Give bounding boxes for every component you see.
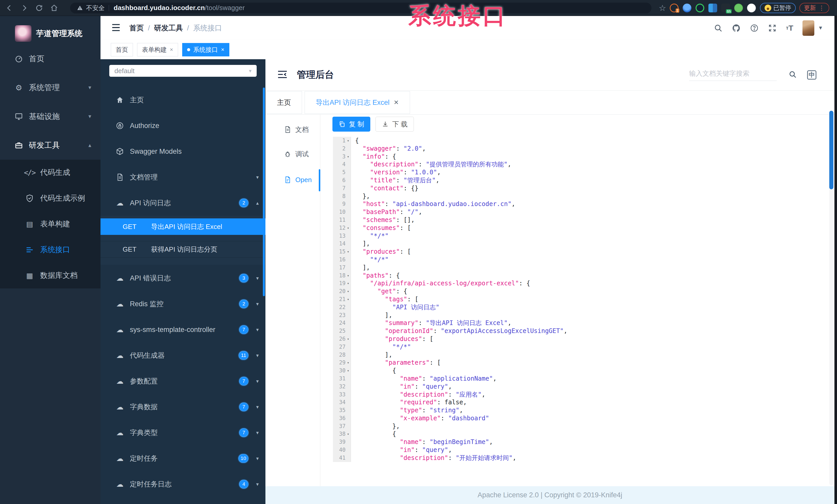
group-redis-monitor[interactable]: ☁ Redis 监控 2 ▾ xyxy=(101,291,265,317)
extension-icon-2[interactable] xyxy=(683,4,691,12)
group-sms-template[interactable]: ☁ sys-sms-template-controller 7 ▾ xyxy=(101,317,265,342)
sidebar-item-codegen-demo[interactable]: 代码生成示例 xyxy=(0,185,101,211)
reload-icon[interactable] xyxy=(34,3,44,13)
fold-toggle-icon[interactable]: ▾ xyxy=(345,248,351,256)
hamburger-icon[interactable] xyxy=(111,23,121,33)
rail-item-debug[interactable]: 调试 xyxy=(265,147,320,161)
breadcrumb-devtools[interactable]: 研发工具 xyxy=(154,23,183,33)
code-lines: 1▾{2 "swagger": "2.0",3▾ "info": {4 "des… xyxy=(333,137,827,462)
extension-icon-4[interactable] xyxy=(708,4,717,12)
swagger-item-api-access-log[interactable]: ☁ API 访问日志 2 ▴ xyxy=(101,190,265,216)
avatar-caret-icon[interactable]: ▼ xyxy=(818,25,823,31)
group-dict-type[interactable]: ☁ 字典类型 7 ▾ xyxy=(101,420,265,446)
home-icon[interactable] xyxy=(49,3,59,13)
sidebar-item-devtools[interactable]: 研发工具 ▴ xyxy=(0,131,101,160)
fold-toggle-icon[interactable]: ▾ xyxy=(345,272,351,280)
window-scrollbar[interactable] xyxy=(834,16,837,504)
doc-tab-export-excel[interactable]: 导出API 访问日志 Excel ✕ xyxy=(305,91,410,114)
content-scrollbar-track[interactable] xyxy=(829,111,833,485)
group-param-config[interactable]: ☁ 参数配置 7 ▾ xyxy=(101,368,265,394)
browser-update-button[interactable]: 更新 ⋮ xyxy=(799,3,829,13)
back-icon[interactable] xyxy=(4,3,14,13)
close-icon[interactable]: × xyxy=(221,46,225,53)
sidebar-item-db-doc[interactable]: ▦ 数据库文档 xyxy=(0,263,101,288)
fold-toggle-icon[interactable]: ▾ xyxy=(345,359,351,367)
tag-system-api[interactable]: 系统接口 × xyxy=(182,43,229,56)
operation-get-page[interactable]: GET 获得API 访问日志分页 xyxy=(101,241,265,258)
group-dict-data[interactable]: ☁ 字典数据 7 ▾ xyxy=(101,394,265,420)
content-scrollbar-thumb[interactable] xyxy=(829,111,833,189)
line-gutter: 41 xyxy=(333,454,351,462)
sidebar-item-infra[interactable]: 基础设施 ▾ xyxy=(0,102,101,131)
sidebar-item-system-api[interactable]: 系统接口 xyxy=(0,237,101,263)
code-line: 35 "type": "string", xyxy=(333,406,827,414)
fullscreen-icon[interactable] xyxy=(768,24,777,33)
swagger-item-doc-manage[interactable]: 文档管理 ▾ xyxy=(101,164,265,190)
forward-icon[interactable] xyxy=(19,3,29,13)
chevron-down-icon: ▾ xyxy=(256,455,259,462)
help-icon[interactable] xyxy=(750,24,759,33)
fold-toggle-icon[interactable]: ▾ xyxy=(345,279,351,287)
tag-home[interactable]: 首页 xyxy=(111,43,133,56)
group-codegen[interactable]: ☁ 代码生成器 11 ▾ xyxy=(101,342,265,368)
security-label[interactable]: 不安全 xyxy=(86,4,105,12)
copy-button[interactable]: 复 制 xyxy=(333,117,370,132)
extension-icon-3[interactable] xyxy=(696,4,704,12)
group-task-log[interactable]: ☁ 定时任务日志 4 ▾ xyxy=(101,471,265,497)
user-avatar[interactable] xyxy=(802,20,814,36)
line-gutter: 1▾ xyxy=(333,137,351,145)
tag-form-builder[interactable]: 表单构建 × xyxy=(137,43,178,56)
swagger-item-models[interactable]: Swagger Models xyxy=(101,138,265,164)
group-api-error-log[interactable]: ☁ API 错误日志 3 ▾ xyxy=(101,265,265,291)
language-icon[interactable]: 中 xyxy=(807,70,816,79)
api-group-select[interactable]: default ▾ xyxy=(109,65,257,77)
code-line: 1▾{ xyxy=(333,137,827,145)
address-bar[interactable]: 不安全 dashboard.yudao.iocoder.cn /tool/swa… xyxy=(70,3,652,13)
operation-export-excel[interactable]: GET 导出API 访问日志 Excel xyxy=(101,218,265,235)
sidebar-item-form-builder[interactable]: ▤ 表单构建 xyxy=(0,211,101,237)
fold-toggle-icon[interactable]: ▾ xyxy=(345,137,351,145)
line-gutter: 20▾ xyxy=(333,287,351,295)
font-size-icon[interactable]: тT xyxy=(786,24,793,33)
sidebar-item-home[interactable]: 首页 xyxy=(0,44,101,73)
home-icon xyxy=(115,96,124,104)
extension-icon-6[interactable] xyxy=(734,4,743,12)
group-position[interactable]: ☁ 岗位 xyxy=(101,497,265,504)
sidebar-item-system[interactable]: ⚙ 系统管理 ▾ xyxy=(0,73,101,102)
fold-toggle-icon[interactable]: ▾ xyxy=(345,287,351,295)
rail-item-open[interactable]: Open xyxy=(265,172,320,187)
fold-toggle-icon[interactable]: ▾ xyxy=(345,153,351,161)
swagger-item-home[interactable]: 主页 xyxy=(101,87,265,113)
code-editor[interactable]: 1▾{2 "swagger": "2.0",3▾ "info": {4 "des… xyxy=(333,137,827,464)
github-icon[interactable] xyxy=(732,24,741,33)
collapse-sidebar-icon[interactable] xyxy=(277,70,288,80)
code-line: 41 "description": "开始开始请求时间", xyxy=(333,454,827,462)
extension-icon-7[interactable] xyxy=(747,4,756,12)
extension-icon-5[interactable]: 6h xyxy=(721,4,730,12)
bookmark-star-icon[interactable]: ☆ xyxy=(659,3,666,13)
doc-tab-home[interactable]: 主页 xyxy=(266,91,302,114)
fold-toggle-icon[interactable]: ▾ xyxy=(345,335,351,343)
search-icon[interactable] xyxy=(714,24,723,33)
close-icon[interactable]: × xyxy=(170,46,173,53)
sidebar-item-codegen[interactable]: </> 代码生成 xyxy=(0,160,101,185)
doc-search-icon[interactable] xyxy=(788,70,797,79)
fold-toggle-icon[interactable]: ▾ xyxy=(345,295,351,303)
breadcrumb-home[interactable]: 首页 xyxy=(129,23,144,33)
fold-toggle-icon[interactable]: ▾ xyxy=(345,367,351,375)
close-icon[interactable]: ✕ xyxy=(394,99,399,106)
group-scheduled-task[interactable]: ☁ 定时任务 10 ▾ xyxy=(101,446,265,471)
swagger-scrollbar[interactable] xyxy=(263,88,265,296)
rail-item-doc[interactable]: 文档 xyxy=(265,122,320,137)
app-logo-row[interactable]: 芋道管理系统 xyxy=(0,16,101,44)
code-line: 8 }, xyxy=(333,192,827,200)
line-gutter: 4 xyxy=(333,161,351,168)
code-line: 26▾ "produces": [ xyxy=(333,335,827,343)
paused-extension-pill[interactable]: 已暂停 xyxy=(760,3,796,13)
fold-toggle-icon[interactable]: ▾ xyxy=(345,224,351,232)
extension-icon-1[interactable]: 1 xyxy=(670,4,678,12)
download-button[interactable]: 下 载 xyxy=(375,117,414,132)
fold-toggle-icon[interactable]: ▾ xyxy=(345,430,351,438)
doc-search-input[interactable]: 输入文档关键字搜索 xyxy=(689,69,777,81)
swagger-item-authorize[interactable]: Authorize xyxy=(101,113,265,138)
